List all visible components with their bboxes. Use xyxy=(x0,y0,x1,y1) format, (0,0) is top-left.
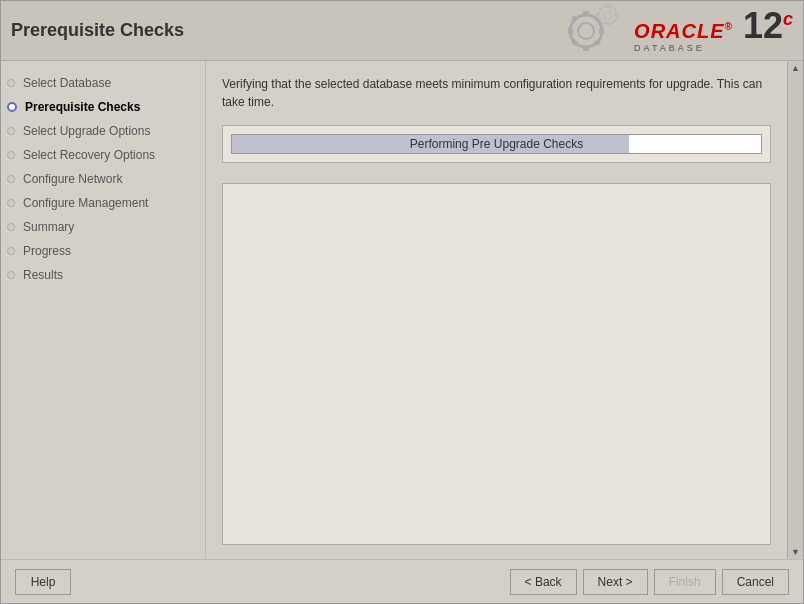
svg-rect-15 xyxy=(615,13,619,18)
oracle-db-label: DATABASE xyxy=(634,43,733,53)
description-text: Verifying that the selected database mee… xyxy=(222,75,771,111)
footer-left: Help xyxy=(15,569,71,595)
sidebar-item-configure-network[interactable]: Configure Network xyxy=(1,167,205,191)
progress-container: Performing Pre Upgrade Checks xyxy=(222,125,771,163)
step-dot-summary xyxy=(7,223,15,231)
footer: Help < Back Next > Finish Cancel xyxy=(1,559,803,603)
oracle-text: ORACLE® DATABASE 12c xyxy=(634,8,793,53)
oracle-logo: ORACLE® DATABASE 12c xyxy=(546,3,793,58)
svg-point-1 xyxy=(578,23,594,39)
scroll-up-indicator: ▲ xyxy=(791,63,800,73)
step-dot-select-upgrade-options xyxy=(7,127,15,135)
svg-rect-4 xyxy=(568,28,573,34)
right-scrollbar[interactable]: ▲ ▼ xyxy=(787,61,803,559)
page-title: Prerequisite Checks xyxy=(11,20,184,41)
oracle-brand-text: ORACLE® xyxy=(634,20,733,43)
header: Prerequisite Checks xyxy=(1,1,803,61)
help-button[interactable]: Help xyxy=(15,569,71,595)
svg-rect-5 xyxy=(599,28,604,34)
step-dot-prerequisite-checks xyxy=(7,102,17,112)
progress-bar-text: Performing Pre Upgrade Checks xyxy=(232,137,761,151)
sidebar-item-progress[interactable]: Progress xyxy=(1,239,205,263)
sidebar: Select Database Prerequisite Checks Sele… xyxy=(1,61,206,559)
next-button[interactable]: Next > xyxy=(583,569,648,595)
scroll-down-indicator: ▼ xyxy=(791,547,800,557)
step-dot-select-recovery-options xyxy=(7,151,15,159)
back-button[interactable]: < Back xyxy=(510,569,577,595)
log-area[interactable] xyxy=(222,183,771,545)
footer-right: < Back Next > Finish Cancel xyxy=(510,569,789,595)
sidebar-item-select-upgrade-options[interactable]: Select Upgrade Options xyxy=(1,119,205,143)
sidebar-item-configure-management[interactable]: Configure Management xyxy=(1,191,205,215)
sidebar-item-prerequisite-checks[interactable]: Prerequisite Checks xyxy=(1,95,205,119)
sidebar-item-summary[interactable]: Summary xyxy=(1,215,205,239)
finish-button[interactable]: Finish xyxy=(654,569,716,595)
step-dot-select-database xyxy=(7,79,15,87)
step-dot-configure-management xyxy=(7,199,15,207)
sidebar-item-results[interactable]: Results xyxy=(1,263,205,287)
oracle-version-number: 12c xyxy=(743,8,793,44)
main-window: Prerequisite Checks xyxy=(0,0,804,604)
svg-point-11 xyxy=(604,11,612,19)
svg-rect-14 xyxy=(596,13,600,18)
content-area: Select Database Prerequisite Checks Sele… xyxy=(1,61,803,559)
cancel-button[interactable]: Cancel xyxy=(722,569,789,595)
svg-rect-13 xyxy=(606,23,611,27)
svg-rect-12 xyxy=(606,4,611,8)
step-dot-configure-network xyxy=(7,175,15,183)
svg-rect-3 xyxy=(583,46,589,51)
progress-bar-wrapper: Performing Pre Upgrade Checks xyxy=(231,134,762,154)
main-panel: Verifying that the selected database mee… xyxy=(206,61,787,559)
step-dot-progress xyxy=(7,247,15,255)
gears-icon xyxy=(546,3,626,58)
sidebar-item-select-recovery-options[interactable]: Select Recovery Options xyxy=(1,143,205,167)
svg-point-10 xyxy=(599,6,617,24)
svg-rect-2 xyxy=(583,11,589,16)
step-dot-results xyxy=(7,271,15,279)
sidebar-item-select-database[interactable]: Select Database xyxy=(1,71,205,95)
